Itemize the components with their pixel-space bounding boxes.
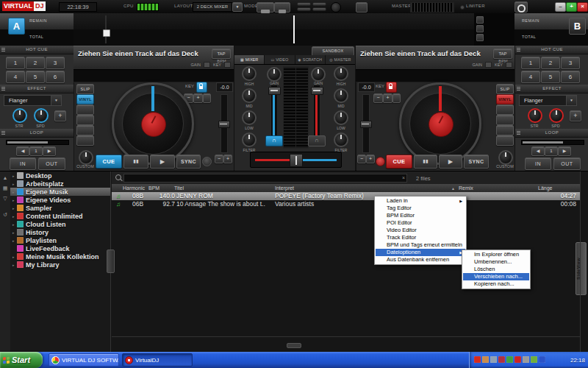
tree-item-arbeitsplatz[interactable]: ▸Arbeitsplatz — [10, 180, 110, 188]
pad-button[interactable] — [496, 125, 514, 135]
deck-b-vinyl-button[interactable]: VINYL — [496, 94, 514, 105]
search-input[interactable]: × — [123, 174, 407, 183]
pill-button[interactable] — [297, 2, 311, 6]
context-submenu-item[interactable]: Umbenennen... — [463, 258, 529, 266]
chevron-down-icon[interactable]: ▼ — [566, 96, 576, 105]
deck-b-pitch-slider[interactable] — [362, 94, 370, 153]
scrolling-waveform[interactable] — [74, 13, 474, 46]
tree-item-playlisten[interactable]: ▸Playlisten — [10, 236, 110, 244]
chevron-down-icon[interactable]: ▼ — [51, 96, 61, 105]
deck-a-pitch-plus-button[interactable]: + — [223, 155, 232, 163]
hot-cue-button-1[interactable]: 1 — [521, 57, 540, 69]
taskbar-item-browser[interactable]: VIRTUAL DJ SOFTWA... — [49, 353, 119, 367]
mode-screen-button[interactable] — [274, 2, 290, 13]
deck-b-headphone-button[interactable]: ∩ — [308, 135, 326, 146]
knob[interactable] — [334, 132, 348, 147]
deck-b-play-button[interactable]: ▶ — [439, 155, 462, 169]
layout-dropdown-arrow-icon[interactable]: ▼ — [232, 2, 243, 12]
deck-b-gain-knob[interactable] — [311, 67, 326, 82]
pad-button[interactable] — [76, 115, 94, 125]
hot-cue-button-3[interactable]: 3 — [46, 57, 65, 69]
clear-search-icon[interactable]: × — [402, 174, 405, 182]
context-menu-item[interactable]: BPM und Tags erneut ermitteln — [376, 241, 465, 249]
effect-select[interactable]: Flanger ▼ — [4, 95, 62, 106]
context-menu-item[interactable]: Track Editor — [376, 234, 465, 241]
view-button[interactable] — [476, 16, 484, 24]
loop-half-button[interactable]: ◀ — [16, 146, 29, 156]
deck-a-slip-button[interactable]: SLIP — [76, 84, 94, 94]
knob[interactable] — [334, 110, 348, 125]
hot-cue-button-3[interactable]: 3 — [561, 57, 580, 69]
table-row[interactable]: ♫06B92.710 Ansage The show is about t..V… — [112, 200, 581, 208]
context-submenu-item[interactable]: Verschieben nach... — [463, 273, 529, 280]
column-bpm[interactable]: BPM — [148, 185, 159, 191]
deck-a-custom-knob[interactable] — [79, 150, 93, 165]
deck-a-bell-icon[interactable] — [202, 157, 212, 166]
deck-b-bell-icon[interactable] — [376, 157, 385, 166]
loop-size-bar[interactable] — [521, 140, 584, 145]
effect-knob-2[interactable] — [549, 108, 564, 123]
deck-a-headphone-button[interactable]: ∩ — [265, 135, 283, 146]
tab-video[interactable]: ▭VIDEO — [265, 55, 295, 64]
pad-button[interactable] — [496, 105, 514, 115]
deck-a-sync-button[interactable]: SYNC — [176, 155, 201, 169]
loop-in-button[interactable]: IN — [10, 158, 36, 170]
deck-a-tap-button[interactable]: TAP — [212, 49, 231, 59]
deck-b-volume-fader[interactable] — [313, 85, 320, 141]
hot-cue-button-6[interactable]: 6 — [46, 71, 65, 83]
effect-knob-1[interactable] — [12, 108, 27, 123]
table-row[interactable]: ♫08B140.0JENNY ROMPOPEYE (Factory Team R… — [112, 192, 581, 200]
mic-button[interactable] — [356, 2, 368, 13]
slider-handle[interactable] — [103, 29, 110, 37]
deck-a-pitch-slider[interactable] — [220, 94, 228, 153]
column-interpret[interactable]: Interpret — [275, 185, 294, 191]
deck-b-pitch-plus-button[interactable]: + — [366, 155, 375, 163]
hot-cue-button-6[interactable]: 6 — [561, 71, 580, 83]
effect-select[interactable]: Flanger ▼ — [519, 95, 577, 106]
tab-master[interactable]: ◎MASTER — [326, 55, 356, 64]
pad-button[interactable] — [496, 135, 514, 146]
deck-a-key-plus-button[interactable]: + — [193, 93, 203, 103]
context-menu-item[interactable]: BPM Editor — [376, 212, 465, 219]
loop-double-button[interactable]: ▶ — [43, 146, 56, 156]
view-button[interactable] — [476, 25, 484, 32]
context-submenu-item[interactable]: Im Explorer öffnen — [463, 251, 529, 258]
tree-item-sampler[interactable]: ▸Sampler — [10, 204, 110, 212]
deck-b-tap-button[interactable]: TAP — [493, 49, 512, 59]
hot-cue-button-1[interactable]: 1 — [6, 57, 25, 69]
tree-item-my-library[interactable]: ▸My Library — [10, 261, 110, 269]
deck-b-key-lock-button[interactable] — [386, 82, 397, 93]
hot-cue-button-2[interactable]: 2 — [26, 57, 45, 69]
sideview-handle[interactable]: SideView — [576, 242, 587, 295]
taskbar-item-virtualdj[interactable]: VirtualDJ — [122, 353, 193, 367]
tree-item-eigene-videos[interactable]: ▸Eigene Videos — [10, 196, 110, 204]
pad-button[interactable] — [76, 105, 94, 115]
deck-a-pause-button[interactable]: ▮▮ — [123, 155, 148, 169]
pitch-handle[interactable] — [218, 121, 230, 128]
mode-controller-button[interactable] — [257, 2, 274, 13]
context-menu-item[interactable]: Laden in▶ — [376, 197, 465, 205]
loop-out-button[interactable]: OUT — [38, 158, 65, 170]
record-button[interactable] — [331, 2, 341, 13]
column-harmonic[interactable]: Harmonic — [123, 185, 145, 191]
deck-b-key-minus-button[interactable]: − — [373, 93, 383, 103]
context-menu-item[interactable]: POI Editor — [376, 219, 465, 227]
add-effect-button[interactable]: + — [54, 110, 66, 121]
loop-in-button[interactable]: IN — [525, 158, 551, 170]
column-remix[interactable]: Remix — [459, 185, 473, 191]
settings-button[interactable] — [514, 1, 528, 13]
deck-b-key-reset-button[interactable] — [392, 93, 401, 103]
deck-a-key-reset-button[interactable] — [203, 93, 211, 103]
hot-cue-button-4[interactable]: 4 — [521, 71, 540, 83]
effect-knob-2[interactable] — [34, 108, 49, 123]
undo-icon[interactable]: ↺ — [1, 211, 9, 219]
tree-item-livefeedback[interactable]: LiveFeedback — [10, 244, 110, 252]
deck-a-gain-knob[interactable] — [267, 67, 282, 82]
add-effect-button[interactable]: + — [570, 110, 581, 121]
loop-out-button[interactable]: OUT — [553, 158, 581, 170]
deck-b-pitch-minus-button[interactable]: − — [357, 155, 366, 163]
knob[interactable] — [334, 88, 348, 103]
close-button[interactable]: × — [577, 2, 588, 12]
deck-a-pitch-minus-button[interactable]: − — [215, 155, 223, 163]
start-button[interactable]: Start — [0, 352, 43, 368]
